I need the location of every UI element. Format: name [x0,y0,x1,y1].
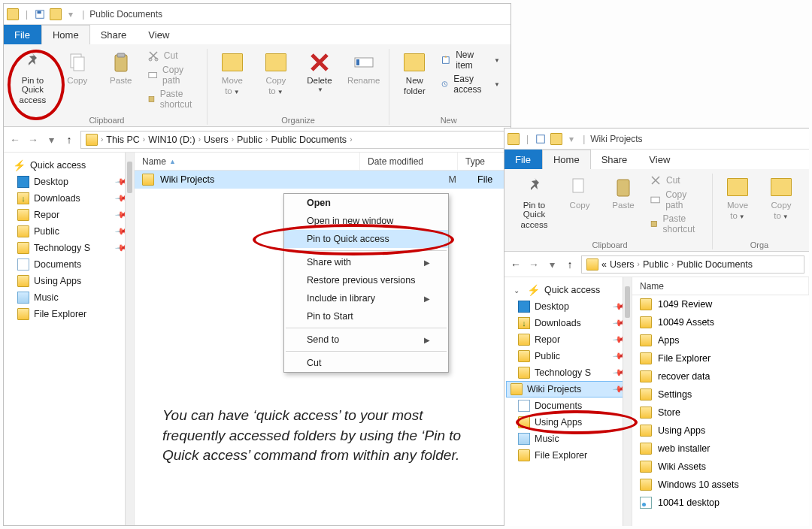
col-date[interactable]: Date modified [360,153,458,170]
crumb[interactable]: Users [204,135,229,145]
crumb[interactable]: This PC [106,135,139,145]
copy-path-button[interactable]: Copy path [647,189,707,211]
save-icon[interactable] [535,134,546,144]
ctx-cut[interactable]: Cut [284,354,448,372]
sidebar-item[interactable]: Public📌 [5,223,132,240]
sidebar-item[interactable]: Desktop📌 [506,298,630,315]
file-row[interactable]: File Explorer [632,349,809,367]
file-row[interactable]: 10041 desktop [632,494,809,512]
sidebar-item[interactable]: File Explorer [506,447,630,464]
col-name[interactable]: Name [632,277,809,295]
file-row[interactable]: Windows 10 assets [632,476,809,494]
new-item-button[interactable]: New item▼ [438,49,503,71]
copy-button[interactable]: Copy [57,49,98,86]
up-button[interactable]: ↑ [563,258,577,271]
file-row[interactable]: 1049 Review [632,295,809,313]
pin-to-quick-access-button[interactable]: Pin to Quick access [512,174,556,231]
paste-shortcut-button[interactable]: Paste shortcut [647,213,707,235]
cut-button[interactable]: Cut [647,174,707,187]
cut-button[interactable]: Cut [144,49,202,62]
file-row[interactable]: 10049 Assets [632,313,809,331]
folder-open-icon[interactable] [550,133,562,145]
tab-view[interactable]: View [138,25,180,44]
tab-view[interactable]: View [638,150,681,169]
crumb[interactable]: Users [610,259,635,270]
ctx-open[interactable]: Open [284,194,448,212]
ctx-pin-to-start[interactable]: Pin to Start [284,307,448,325]
breadcrumb[interactable]: « Users› Public› Public Documents [581,255,804,274]
sidebar-item[interactable]: Downloads📌 [5,190,132,207]
quick-access-header[interactable]: ⚡ Quick access [5,157,132,174]
file-row-wiki-projects[interactable]: Wiki Projects M File [135,171,511,189]
sidebar-item[interactable]: Desktop📌 [5,174,132,190]
up-button[interactable]: ↑ [62,134,76,146]
file-row[interactable]: Settings [632,385,809,404]
rename-button[interactable]: Rename [343,49,384,86]
move-to-button[interactable]: Moveto▼ [212,49,253,97]
file-row[interactable]: Using Apps [632,422,809,440]
ctx-restore-versions[interactable]: Restore previous versions [284,271,448,289]
ctx-open-new-window[interactable]: Open in new window [284,212,448,230]
sidebar-item[interactable]: Using Apps [5,273,132,289]
col-name[interactable]: Name▲ [135,153,360,170]
sidebar-item[interactable]: Repor📌 [5,207,132,223]
tab-file[interactable]: File [4,25,41,44]
chevron-down-icon[interactable]: ⌄ [514,286,520,295]
sidebar-item[interactable]: Technology S📌 [506,364,630,381]
sidebar-item[interactable]: Music [506,431,630,447]
paste-button[interactable]: Paste [101,49,141,86]
quick-access-header[interactable]: ⌄ ⚡ Quick access [506,282,630,298]
tab-file[interactable]: File [504,150,542,169]
copy-path-button[interactable]: Copy path [144,64,202,86]
delete-button[interactable]: Delete▼ [299,49,340,95]
file-row[interactable]: Wiki Assets [632,458,809,476]
ctx-send-to[interactable]: Send to▶ [284,331,448,349]
save-icon[interactable] [35,9,45,20]
copy-to-button[interactable]: Copyto▼ [761,174,801,222]
sidebar-item[interactable]: Documents [506,398,630,414]
recent-dropdown[interactable]: ▾ [44,134,58,146]
file-row[interactable]: Apps [632,331,809,349]
forward-button[interactable]: → [527,258,541,271]
move-to-button[interactable]: Moveto▼ [717,174,758,222]
tab-home[interactable]: Home [542,150,591,169]
crumb-overflow[interactable]: « [601,259,607,270]
tab-home[interactable]: Home [41,25,90,44]
sidebar-item[interactable]: Music [5,289,132,306]
easy-access-button[interactable]: Easy access▼ [438,73,503,95]
sidebar-item[interactable]: Technology S📌 [5,240,132,256]
back-button[interactable]: ← [8,134,22,146]
sidebar-item[interactable]: File Explorer [5,306,132,322]
col-type[interactable]: Type [458,153,511,170]
paste-shortcut-button[interactable]: Paste shortcut [144,88,202,110]
paste-button[interactable]: Paste [603,174,644,211]
crumb[interactable]: Public [237,135,262,145]
folder-open-icon[interactable] [50,8,62,20]
crumb[interactable]: Public Documents [677,259,753,270]
ctx-share-with[interactable]: Share with▶ [284,253,448,271]
forward-button[interactable]: → [26,134,40,146]
ctx-pin-to-quick-access[interactable]: Pin to Quick access [284,230,448,248]
recent-dropdown[interactable]: ▾ [545,258,559,271]
sidebar-scrollbar[interactable] [623,277,632,526]
sidebar-scrollbar[interactable] [125,153,134,525]
crumb[interactable]: WIN10 (D:) [148,135,195,145]
sidebar-item[interactable]: Public📌 [506,348,630,364]
crumb[interactable]: Public Documents [271,135,347,145]
breadcrumb[interactable]: › This PC› WIN10 (D:)› Users› Public› Pu… [80,131,506,149]
ctx-include-in-library[interactable]: Include in library▶ [284,289,448,307]
crumb[interactable]: Public [643,259,668,270]
copy-button[interactable]: Copy [559,174,600,211]
file-row[interactable]: web installer [632,440,809,458]
file-row[interactable]: recover data [632,367,809,385]
new-folder-button[interactable]: Newfolder [394,49,435,97]
copy-to-button[interactable]: Copyto▼ [256,49,296,97]
sidebar-item[interactable]: Documents [5,256,132,273]
sidebar-item[interactable]: Wiki Projects📌 [506,381,630,398]
pin-to-quick-access-button[interactable]: Pin to Quick access [11,49,54,106]
tab-share[interactable]: Share [591,150,639,169]
sidebar-item[interactable]: Using Apps [506,414,630,431]
sidebar-item[interactable]: Repor📌 [506,331,630,348]
tab-share[interactable]: Share [90,25,138,44]
back-button[interactable]: ← [509,258,523,271]
